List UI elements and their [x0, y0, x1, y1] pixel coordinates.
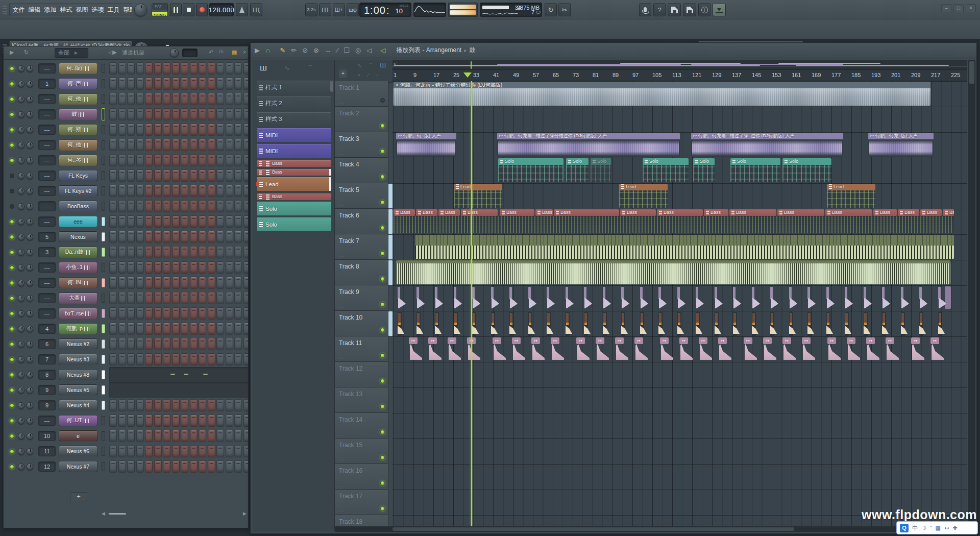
step-cell[interactable]	[181, 139, 188, 151]
step-cell[interactable]	[216, 185, 224, 197]
ime-logo-icon[interactable]: Q	[900, 524, 909, 532]
step-cell[interactable]	[216, 139, 224, 151]
step-cell[interactable]	[234, 430, 242, 442]
clip-lead[interactable]: Lead	[454, 184, 502, 208]
step-cell[interactable]	[118, 215, 126, 228]
channel-pan-knob[interactable]	[18, 188, 24, 194]
clip-hit[interactable]	[472, 312, 483, 336]
step-cell[interactable]	[216, 200, 224, 212]
step-cell[interactable]	[172, 445, 180, 457]
step-cell[interactable]	[172, 78, 180, 90]
step-cell[interactable]	[234, 399, 242, 411]
channel-volume-knob[interactable]	[27, 280, 33, 286]
step-cell[interactable]	[216, 277, 224, 289]
track-lanes[interactable]: × 何鹏、何龙雨 - 错过了缘分错过你 (DJ何鹏版)↦ 何鹏、何..版)-人声…	[393, 81, 967, 526]
clip-hit[interactable]	[770, 312, 781, 336]
step-cell[interactable]	[190, 445, 198, 457]
step-cell[interactable]	[109, 62, 117, 75]
step-cell[interactable]	[145, 93, 153, 105]
track-header[interactable]: Track 15...	[335, 438, 388, 464]
step-cell[interactable]	[216, 323, 224, 335]
step-cell[interactable]	[234, 185, 242, 197]
clip-lead[interactable]: Lead	[619, 184, 668, 208]
step-cell[interactable]	[127, 62, 135, 75]
clip-bass[interactable]: Bass	[416, 209, 437, 216]
clip-bass[interactable]: Bass	[394, 209, 415, 216]
clip-hit[interactable]	[621, 312, 632, 336]
step-cell[interactable]	[109, 261, 117, 274]
track-led[interactable]	[380, 124, 385, 128]
clip-solo[interactable]: Solo	[693, 158, 715, 182]
step-cell[interactable]	[109, 169, 117, 182]
channel-volume-knob[interactable]	[27, 433, 33, 440]
step-cell[interactable]	[216, 307, 224, 320]
step-cell[interactable]	[208, 200, 215, 212]
clip-bassbody[interactable]	[394, 216, 954, 233]
step-cell[interactable]	[243, 169, 249, 182]
maximize-button[interactable]: □	[953, 4, 964, 12]
step-cell[interactable]	[118, 399, 126, 411]
step-cell[interactable]	[190, 261, 198, 274]
track-led[interactable]	[380, 379, 385, 383]
track-header[interactable]: Track 12...	[335, 362, 388, 387]
bpm-display[interactable]: 128.000 ▲▼	[209, 3, 234, 16]
step-cell[interactable]	[154, 215, 162, 228]
step-cell[interactable]	[136, 261, 144, 274]
step-cell[interactable]	[163, 93, 170, 105]
track-header[interactable]: Track 10...	[335, 311, 388, 336]
step-cell[interactable]	[109, 246, 117, 258]
step-cell[interactable]	[226, 231, 233, 243]
track-lane[interactable]	[393, 464, 967, 490]
step-cell[interactable]	[127, 460, 135, 473]
menu-item[interactable]: 编辑	[27, 6, 42, 14]
step-cell[interactable]	[199, 200, 206, 212]
step-cell[interactable]	[118, 415, 126, 427]
clip-hit[interactable]: ↦	[744, 337, 759, 361]
step-cell[interactable]	[154, 108, 162, 120]
pattern-item[interactable]: Solo	[257, 217, 331, 231]
step-cell[interactable]	[199, 307, 206, 320]
clip-hit[interactable]: ↦	[448, 337, 463, 361]
channel-button[interactable]: Nexus #8	[59, 369, 97, 380]
pattern-item[interactable]: Solo	[257, 202, 331, 215]
clip-solo[interactable]: Solo	[730, 158, 780, 182]
step-cell[interactable]	[163, 445, 170, 457]
menu-item[interactable]: 工具	[106, 6, 121, 14]
step-cell[interactable]	[136, 445, 144, 457]
step-cell[interactable]	[226, 62, 233, 75]
channel-pan-knob[interactable]	[18, 249, 24, 256]
step-cell[interactable]	[109, 415, 117, 427]
channel-pan-knob[interactable]	[18, 433, 24, 440]
save-as-button[interactable]	[683, 3, 696, 16]
track-lane[interactable]: ↦↦↦↦↦↦↦↦↦↦↦↦↦↦↦↦↦↦↦↦↦↦↦↦↦↦	[393, 336, 967, 362]
step-cell[interactable]	[172, 399, 180, 411]
step-cell[interactable]	[181, 430, 188, 442]
pattern-item[interactable]: Bass	[257, 193, 331, 200]
step-cell[interactable]	[109, 139, 117, 151]
pattern-item[interactable]: MIDI	[257, 144, 331, 158]
clip-hit[interactable]	[733, 312, 744, 336]
step-cell[interactable]	[199, 399, 206, 411]
step-cell[interactable]	[208, 185, 215, 197]
step-cell[interactable]	[118, 338, 126, 350]
countdown-button[interactable]: 3.2s	[305, 3, 317, 16]
clip-hit[interactable]	[845, 287, 857, 310]
step-cell[interactable]	[163, 62, 170, 75]
step-cell[interactable]	[208, 430, 215, 442]
step-cell[interactable]	[208, 323, 215, 335]
track-header[interactable]: Track 9...	[335, 285, 388, 311]
channel-volume-knob[interactable]	[27, 65, 33, 72]
step-cell[interactable]	[172, 246, 180, 258]
stop-button[interactable]	[183, 3, 194, 16]
step-cell[interactable]	[199, 445, 206, 457]
step-cell[interactable]	[136, 353, 144, 366]
step-cell[interactable]	[208, 460, 215, 473]
clip-hit[interactable]	[770, 287, 782, 310]
step-cell[interactable]	[216, 292, 224, 304]
clip-hit[interactable]	[621, 287, 633, 310]
clip-hit[interactable]	[416, 287, 429, 310]
clip-hit[interactable]	[882, 312, 893, 336]
channel-pan-knob[interactable]	[18, 264, 24, 271]
channel-mute-strip[interactable]	[102, 294, 105, 303]
channel-led[interactable]	[10, 449, 14, 454]
